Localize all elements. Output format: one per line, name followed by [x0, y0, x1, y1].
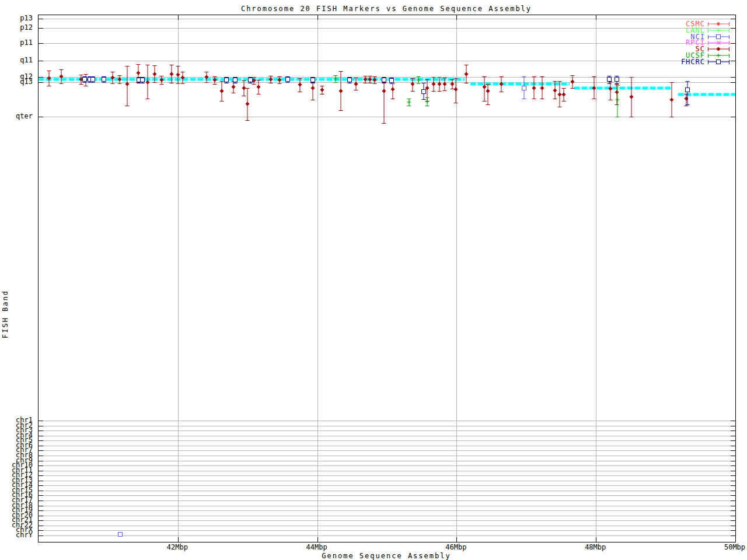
fhcrc-error-cap — [286, 82, 290, 83]
sc-error-cap — [454, 103, 458, 103]
sc-error-cap — [181, 83, 185, 84]
ucsf-data-point — [409, 100, 410, 104]
sc-error-cap — [630, 117, 634, 117]
plot-area: CSMCLANLNCIRPCISCUCSFFHCRC — [38, 15, 736, 542]
sc-error-cap — [60, 83, 64, 84]
y-tick-left — [39, 426, 43, 426]
y-tick-right — [731, 471, 735, 471]
fhcrc-error-cap — [140, 83, 144, 83]
grid-line-chr15 — [39, 491, 735, 491]
grid-line-chr9 — [39, 461, 735, 461]
y-tick-left — [39, 471, 43, 471]
y-tick-right — [731, 506, 735, 506]
grid-line-chr5 — [39, 440, 735, 441]
y-tick-left — [39, 430, 43, 431]
y-tick-right — [731, 475, 735, 476]
sc-error-cap — [84, 74, 88, 75]
fhcrc-error-cap — [422, 99, 426, 100]
sc-error-cap — [562, 88, 566, 89]
sc-error-cap — [136, 64, 140, 65]
sc-error-cap — [390, 99, 395, 99]
legend-label-fhcrc: FHCRC — [635, 58, 705, 66]
sc-error-cap — [268, 83, 273, 83]
legend-sample-marker-csmc — [716, 22, 720, 26]
sc-error-cap — [553, 99, 557, 99]
sc-error-cap — [213, 76, 217, 77]
y-tick-right — [731, 510, 735, 511]
fhcrc-error-bar — [687, 81, 687, 104]
sc-error-cap — [363, 76, 367, 76]
sc-error-cap — [609, 100, 613, 100]
sc-error-cap — [592, 76, 596, 77]
fhcrc-data-point — [347, 78, 352, 82]
x-tick-bottom — [596, 537, 596, 542]
sc-error-cap — [79, 75, 83, 75]
grid-line-chr12 — [39, 475, 735, 476]
y-tick-label-q13: q13 — [0, 79, 33, 85]
fhcrc-error-cap — [607, 83, 611, 84]
y-tick-right — [731, 456, 735, 456]
sc-error-cap — [242, 96, 246, 96]
sc-error-cap — [153, 82, 157, 83]
grid-line-chr2 — [39, 426, 735, 426]
y-tick-right — [731, 77, 735, 78]
legend-sample-marker-fhcrc — [716, 60, 721, 64]
grid-line-chr17 — [39, 501, 735, 501]
sc-data-point — [382, 89, 386, 93]
y-tick-right — [731, 450, 735, 451]
sc-error-cap — [298, 78, 302, 79]
grid-line-46Mbp — [456, 15, 457, 542]
sc-data-point — [298, 82, 302, 86]
y-tick-left — [39, 501, 43, 501]
sc-error-cap — [437, 91, 441, 92]
y-tick-left — [39, 28, 43, 29]
y-tick-right — [731, 530, 735, 531]
ucsf-data-point — [418, 78, 418, 82]
sc-error-cap — [486, 84, 490, 85]
sc-error-cap — [320, 94, 324, 94]
legend-sample-marker-ucsf — [718, 54, 719, 58]
sc-error-cap — [425, 79, 430, 80]
grid-line-42Mbp — [178, 15, 179, 542]
sc-error-cap — [558, 107, 562, 107]
y-tick-right — [731, 461, 735, 461]
sc-error-cap — [232, 93, 236, 93]
sc-error-cap — [117, 75, 121, 76]
fhcrc-data-point — [140, 78, 145, 82]
grid-line-chr11 — [39, 471, 735, 471]
sc-error-cap — [220, 101, 224, 102]
y-tick-right — [731, 536, 735, 536]
sc-data-point — [553, 88, 557, 92]
y-tick-right — [731, 440, 735, 441]
chart-canvas: Chromosome 20 FISH Markers vs Genome Seq… — [0, 0, 747, 560]
y-tick-left — [39, 19, 43, 19]
sc-error-cap — [443, 78, 447, 78]
y-tick-right — [731, 421, 735, 421]
sc-error-cap — [257, 94, 261, 94]
legend-sample-cap — [729, 60, 729, 64]
y-tick-left — [39, 495, 43, 496]
sc-error-cap — [110, 72, 114, 72]
grid-line-p13 — [39, 19, 735, 19]
y-tick-left — [39, 82, 43, 83]
x-tick-label-48Mbp: 48Mbp — [585, 543, 606, 551]
grid-line-chr1 — [39, 421, 735, 421]
y-tick-right — [731, 426, 735, 426]
sc-error-cap — [540, 76, 544, 77]
sc-error-cap — [592, 99, 596, 99]
y-tick-left — [39, 481, 43, 481]
sc-error-cap — [486, 104, 490, 105]
grid-line-q11 — [39, 61, 735, 61]
ucsf-data-point — [617, 98, 618, 102]
grid-line-chr7 — [39, 450, 735, 451]
y-tick-right — [731, 436, 735, 436]
sc-error-cap — [47, 71, 51, 71]
legend-sample-cap — [708, 60, 708, 64]
sc-data-point — [153, 72, 157, 76]
sc-error-cap — [532, 99, 536, 99]
fhcrc-error-cap — [615, 83, 619, 84]
grid-line-chr6 — [39, 446, 735, 446]
sc-error-cap — [570, 75, 574, 76]
sc-error-cap — [153, 65, 157, 66]
y-tick-right — [731, 495, 735, 496]
